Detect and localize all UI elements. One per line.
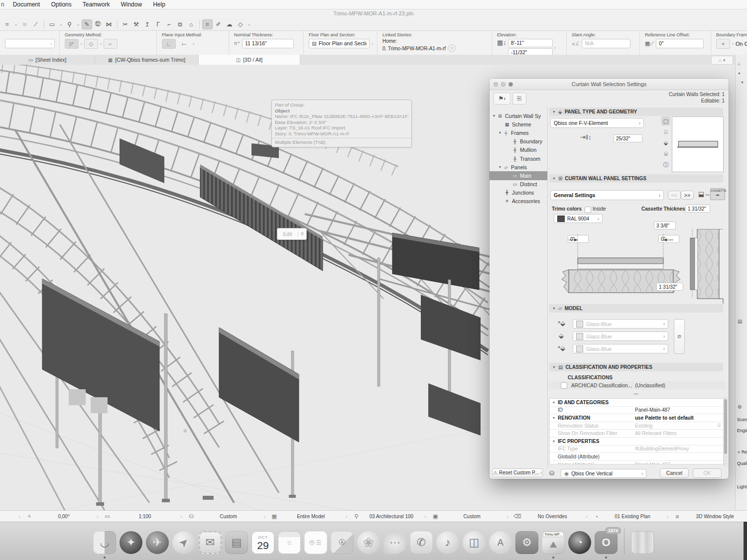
tree-item-boundary[interactable]: ╫Boundary	[490, 137, 547, 146]
pencil-icon[interactable]: ✐	[213, 19, 224, 29]
menu-item-window[interactable]: Window	[115, 1, 147, 8]
geometry-poly-button[interactable]: ◇	[84, 39, 98, 49]
home-icon[interactable]: ⌂	[186, 19, 196, 29]
property-row-id[interactable]: IDPanel-Main-487	[550, 407, 724, 415]
dock-messages-icon[interactable]: ⋯	[383, 531, 406, 554]
pet-palette-edit-label[interactable]: Edit	[277, 231, 298, 237]
tree-item-main[interactable]: ▭Main	[490, 171, 547, 180]
dock-launchpad-icon[interactable]: ✈	[146, 531, 169, 554]
marquee-chevron-icon[interactable]: ⌄	[58, 19, 64, 29]
dock-photos-icon[interactable]: ❀	[357, 531, 380, 554]
dock-reminders-icon[interactable]: ⦿☰	[304, 531, 327, 554]
pet-palette-grid-icon[interactable]: ⠿	[298, 232, 306, 236]
favorites-button[interactable]: ⚑›	[494, 93, 510, 105]
pen-set-value[interactable]: 03 Architectural 100	[362, 514, 421, 519]
favorites-field[interactable]: ›	[5, 39, 55, 48]
dock-system-preferences-icon[interactable]: ⚙	[515, 531, 538, 554]
model-header[interactable]: ▼▱ MODEL	[549, 304, 723, 313]
nominal-thickness-field[interactable]: 11 13/16"	[242, 39, 294, 48]
cassette-thickness-field[interactable]: 1 31/32"	[685, 205, 710, 213]
graphic-override-value[interactable]: No Overrides	[523, 514, 582, 519]
property-row-name[interactable]: Name (Attribute)Panel-Main-487	[550, 461, 724, 464]
tree-item-curtain-wall-system[interactable]: ▼⊞Curtain Wall Sy	[490, 112, 547, 120]
cloud-icon[interactable]: ☁	[224, 19, 235, 29]
panel-settings-header[interactable]: ▼⊞ CURTAIN WALL PANEL SETTINGS	[549, 174, 723, 183]
tree-item-accessories[interactable]: ✳Accessories	[490, 197, 547, 206]
dock-maps-icon[interactable]: Ⓐ	[331, 531, 354, 554]
surface-inside-dropdown[interactable]: Glass-Blue›	[573, 344, 668, 353]
dim-bottom-field[interactable]: 1 31/32"	[656, 283, 683, 291]
gear-icon[interactable]: ⚙	[738, 404, 742, 410]
tree-item-scheme[interactable]: ▦Scheme	[490, 120, 547, 128]
tab-sheet-index[interactable]: ▭ [Sheet Index]	[0, 55, 95, 65]
scheme-dropdown[interactable]: ◉ Qbiss One Vertical›	[561, 469, 646, 478]
menu-item-help[interactable]: Help	[147, 1, 171, 8]
plane-custom-button[interactable]: ⟝	[178, 39, 191, 48]
gravity-icon[interactable]: ≋	[19, 19, 30, 29]
prev-page-button[interactable]: <<	[668, 191, 681, 200]
linked-story-chevron[interactable]: ›	[448, 44, 456, 52]
preview-front-icon[interactable]: ⌻	[661, 127, 670, 136]
splitter-handle[interactable]	[633, 393, 638, 395]
edit-mode-icon[interactable]: ⌗	[202, 19, 213, 29]
window-controls[interactable]	[494, 82, 513, 87]
navigator-icon[interactable]: ⌂	[738, 61, 741, 66]
preview-plan-icon[interactable]: ▢	[661, 116, 670, 125]
elevate-icon[interactable]: ↥	[142, 19, 152, 29]
structure-display-value[interactable]: Entire Model	[280, 514, 342, 519]
tree-item-panels[interactable]: ▼▱Panels	[490, 163, 547, 171]
floorplan-button[interactable]: ▨ Floor Plan and Section...	[309, 39, 370, 48]
distort-icon[interactable]: ⋈	[104, 19, 114, 29]
anchor-icon[interactable]: ⚲	[64, 19, 75, 29]
grid-snap-icon[interactable]: ⌗	[2, 19, 12, 29]
tab-3d-all[interactable]: ◫ [3D / All]	[199, 55, 300, 65]
dock-mail-icon[interactable]: ✉	[199, 531, 222, 554]
grid-snap-chevron-icon[interactable]: ⌄	[13, 19, 19, 29]
surface-edge-dropdown[interactable]: Glass-Blue›	[573, 332, 668, 341]
classification-header[interactable]: ▼▤ CLASSIFICATION AND PROPERTIES	[549, 363, 723, 371]
panel-type-dropdown[interactable]: Qbiss one F-V-Element›	[550, 118, 644, 128]
angle-value[interactable]: 0,00°	[35, 514, 93, 519]
layers-stack-icon[interactable]: ⛁	[549, 470, 554, 477]
dock-notes-icon[interactable]: ☰	[278, 531, 301, 554]
property-group-renovation[interactable]: ▼RENOVATIONuse Palette to set default	[550, 414, 724, 422]
tree-item-junctions[interactable]: ╋Junctions	[490, 189, 547, 197]
property-group-ifc[interactable]: ▼IFC PROPERTIES	[550, 438, 724, 446]
dock-safari-icon[interactable]: ➤	[172, 531, 195, 554]
property-row-ifc-type[interactable]: IFC TypeIfcBuildingElementProxy	[550, 446, 724, 453]
tab-cw-qbiss[interactable]: ▦ [CW-Qbiss frames-sum Trimo]	[95, 55, 199, 65]
menu-item-document[interactable]: Document	[7, 1, 46, 8]
transfer-settings-button[interactable]: ⎘	[512, 93, 526, 105]
slant-field[interactable]: N/A	[582, 39, 630, 48]
tree-item-transom[interactable]: ╫Transom	[490, 154, 547, 163]
dock-appstore-icon[interactable]: 𝖠	[489, 531, 512, 554]
panel-thickness-field[interactable]: 25/32"	[614, 134, 642, 142]
refline-field[interactable]: 0"	[656, 39, 704, 48]
geometry-chain-button[interactable]: ⌐	[104, 39, 118, 49]
dock-contacts-icon[interactable]: ▤	[225, 531, 248, 554]
model-view-value[interactable]: Custom	[441, 514, 503, 519]
dock-finder-icon[interactable]: ◡	[93, 531, 116, 554]
panel-icon[interactable]: ▤	[738, 319, 742, 324]
dock-music-icon[interactable]: ♪	[436, 531, 459, 554]
reset-custom-button[interactable]: ⚠ Reset Custom P...›	[492, 468, 543, 477]
tree-item-frames[interactable]: ▼┼Frames	[490, 128, 547, 137]
surface-outside-dropdown[interactable]: Glass-Blue›	[573, 319, 668, 329]
fillet-icon[interactable]: ⌐	[164, 19, 174, 29]
elevation-top-field[interactable]: 8'-11"	[508, 39, 553, 47]
classification-checkbox[interactable]	[561, 382, 567, 389]
next-page-button[interactable]: >>	[681, 191, 694, 200]
trim-icon[interactable]: Γ	[153, 19, 163, 29]
window-style-value[interactable]: 3D Window Style	[683, 514, 747, 519]
link-surfaces-button[interactable]: ⧉	[674, 319, 685, 354]
settings-page-dropdown[interactable]: General Settings›	[550, 190, 664, 200]
dock-archicad-project-icon[interactable]: Trimo-MP... ⛰	[542, 531, 565, 554]
preview-info-icon[interactable]: ⓘ	[661, 160, 670, 169]
marquee-icon[interactable]: ▭	[47, 19, 57, 29]
preview-section-icon[interactable]: ⌸	[661, 149, 670, 158]
panel-type-header[interactable]: ▼⬙ PANEL TYPE AND GEOMETRY	[549, 108, 723, 116]
property-row-globalid[interactable]: GlobalId (Attribute)	[550, 453, 724, 461]
scale-value[interactable]: 1:100	[113, 514, 177, 519]
adjust-icon[interactable]: ⚒	[131, 19, 141, 29]
dock-siri-icon[interactable]: ✦	[120, 531, 142, 554]
